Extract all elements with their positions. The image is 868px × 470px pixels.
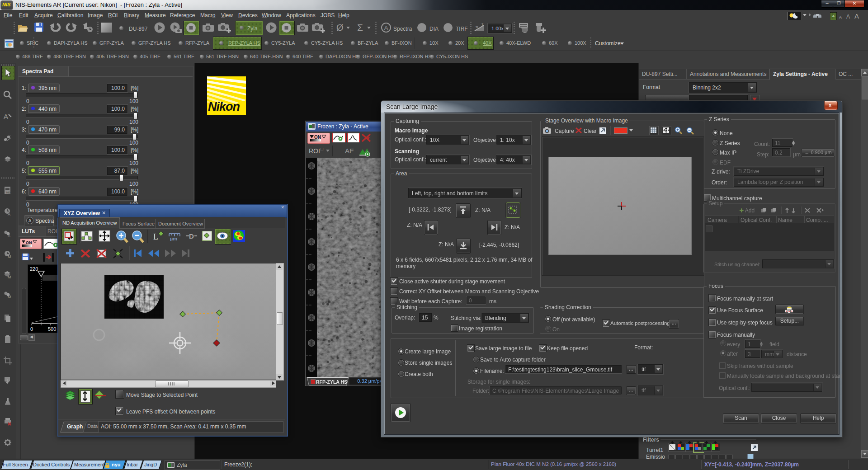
svg-text:A: A [28,218,32,223]
svg-text:M: M [8,295,11,299]
svg-text:A: A [4,113,8,120]
svg-text:A: A [384,24,388,31]
svg-text:T: T [481,23,484,26]
svg-text:A: A [8,212,10,216]
svg-text:M: M [8,254,11,259]
svg-text:D: D [189,232,194,240]
svg-text:Nikon: Nikon [208,100,240,113]
svg-text:ON: ON [314,135,321,140]
svg-text:A: A [8,234,10,238]
svg-text:µm: µm [170,236,177,241]
svg-text:w: w [475,24,478,28]
svg-text:M: M [8,275,11,279]
svg-text:ON: ON [26,240,32,245]
svg-text:ND: ND [6,191,10,194]
svg-text:L: L [153,232,158,241]
